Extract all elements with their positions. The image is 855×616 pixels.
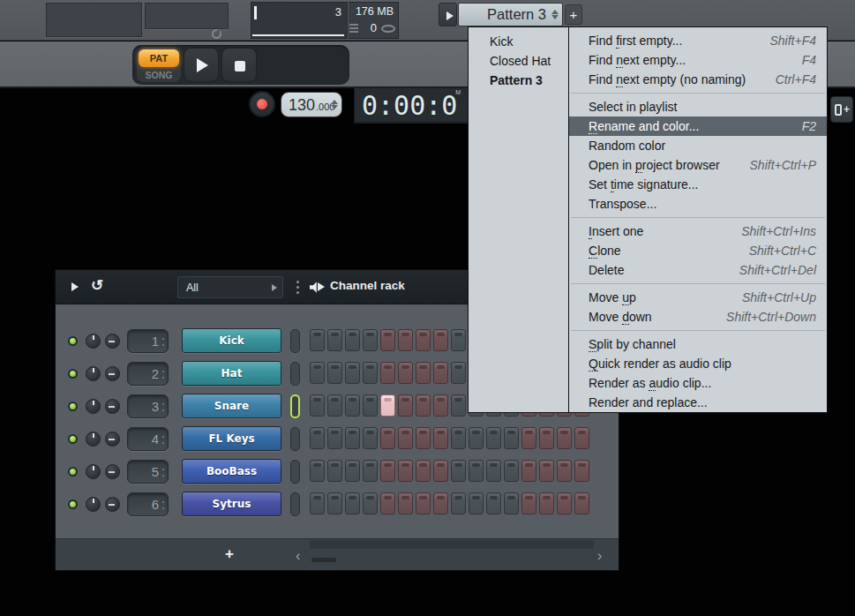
menu-item-find-next-empty-no-naming[interactable]: Find next empty (no naming)Ctrl+F4 [569, 70, 827, 89]
step-button[interactable] [380, 329, 395, 351]
menu-item-delete[interactable]: DeleteShift+Ctrl+Del [569, 260, 827, 280]
rack-play-icon[interactable] [71, 282, 79, 291]
step-button[interactable] [451, 362, 466, 384]
menu-item-select-in-playlist[interactable]: Select in playlist [569, 97, 827, 116]
step-button[interactable] [310, 492, 325, 515]
channel-enable-led[interactable] [68, 434, 78, 444]
step-button[interactable] [398, 427, 413, 449]
undo-icon[interactable]: ↺ [91, 276, 103, 295]
menu-item-random-color[interactable]: Random color [569, 136, 827, 155]
scrollbar-thumb[interactable] [311, 558, 336, 562]
menu-item-render-and-replace[interactable]: Render and replace... [569, 393, 827, 412]
step-button[interactable] [574, 492, 589, 515]
menu-item-find-next-empty[interactable]: Find next empty...F4 [569, 50, 827, 70]
pan-knob[interactable] [86, 432, 101, 447]
step-button[interactable] [380, 427, 395, 449]
step-button[interactable] [398, 394, 413, 417]
pattern-list-item[interactable]: Kick [469, 32, 568, 51]
channel-enable-led[interactable] [68, 467, 78, 477]
volume-knob[interactable] [105, 399, 120, 414]
tempo-spinner[interactable] [331, 99, 338, 110]
step-button[interactable] [310, 460, 325, 482]
channel-number-box[interactable]: 4 [127, 427, 169, 451]
step-button[interactable] [398, 362, 413, 384]
step-button[interactable] [345, 492, 360, 515]
channel-number-box[interactable]: 3 [127, 394, 169, 418]
scrollbar-track[interactable] [310, 540, 594, 549]
channel-number-box[interactable]: 2 [127, 362, 169, 386]
pat-song-toggle[interactable]: PAT SONG [137, 48, 181, 82]
add-channel-button[interactable]: + [220, 545, 239, 564]
channel-select-strip[interactable] [290, 362, 300, 386]
step-button[interactable] [363, 394, 378, 417]
step-button[interactable] [469, 427, 484, 449]
menu-item-open-in-project-browser[interactable]: Open in project browserShift+Ctrl+P [569, 155, 827, 175]
new-audio-clip-button[interactable]: + [830, 96, 853, 123]
menu-item-quick-render-as-audio-clip[interactable]: Quick render as audio clip [569, 354, 827, 373]
step-button[interactable] [469, 492, 484, 515]
channel-select-strip[interactable] [290, 460, 300, 484]
menu-item-render-as-audio-clip[interactable]: Render as audio clip... [569, 373, 827, 393]
step-button[interactable] [486, 427, 501, 449]
step-button[interactable] [416, 427, 431, 449]
pan-knob[interactable] [86, 334, 101, 349]
step-button[interactable] [539, 427, 554, 449]
play-button[interactable] [184, 48, 219, 82]
channel-enable-led[interactable] [68, 500, 78, 509]
step-button[interactable] [451, 329, 466, 351]
scroll-left-icon[interactable]: ‹ [296, 548, 300, 564]
volume-knob[interactable] [105, 432, 120, 447]
step-button[interactable] [310, 329, 325, 351]
step-button[interactable] [363, 329, 378, 351]
step-button[interactable] [310, 394, 325, 417]
channel-button-boobass[interactable]: BooBass [182, 459, 281, 484]
menu-item-split-by-channel[interactable]: Split by channel [569, 334, 827, 354]
step-button[interactable] [416, 329, 431, 351]
step-button[interactable] [380, 362, 395, 384]
step-button[interactable] [469, 460, 484, 482]
step-button[interactable] [574, 460, 589, 482]
pan-knob[interactable] [86, 464, 101, 479]
tempo-display[interactable]: 130 .000 [281, 92, 342, 117]
volume-knob[interactable] [105, 497, 120, 512]
step-button[interactable] [451, 460, 466, 482]
step-button[interactable] [451, 427, 466, 449]
channel-select-strip[interactable] [290, 329, 300, 353]
channel-number-box[interactable]: 5 [127, 460, 169, 484]
volume-knob[interactable] [105, 464, 120, 479]
step-button[interactable] [433, 329, 448, 351]
step-button[interactable] [310, 362, 325, 384]
channel-select-strip[interactable] [290, 427, 300, 451]
step-button[interactable] [363, 492, 378, 515]
step-button[interactable] [521, 427, 536, 449]
channel-enable-led[interactable] [68, 336, 78, 346]
channel-filter-dropdown[interactable]: All [177, 276, 283, 298]
step-button[interactable] [380, 492, 395, 515]
step-button[interactable] [363, 362, 378, 384]
step-button[interactable] [327, 329, 342, 351]
pat-mode-button[interactable]: PAT [139, 49, 179, 67]
menu-item-insert-one[interactable]: Insert oneShift+Ctrl+Ins [569, 222, 827, 241]
step-button[interactable] [557, 427, 572, 449]
step-button[interactable] [574, 427, 589, 449]
pattern-spinner[interactable] [551, 9, 559, 20]
step-button[interactable] [345, 427, 360, 449]
step-button[interactable] [433, 460, 448, 482]
channel-number-box[interactable]: 6 [127, 492, 169, 516]
menu-item-clone[interactable]: CloneShift+Ctrl+C [569, 241, 827, 260]
menu-item-set-time-signature[interactable]: Set time signature... [569, 175, 827, 194]
step-button[interactable] [398, 492, 413, 515]
channel-button-hat[interactable]: Hat [182, 361, 281, 386]
pattern-list-item[interactable]: Closed Hat [469, 51, 568, 71]
pan-knob[interactable] [86, 497, 101, 512]
step-button[interactable] [433, 362, 448, 384]
step-button[interactable] [433, 492, 448, 515]
step-button[interactable] [380, 394, 395, 417]
pattern-list-item[interactable]: Pattern 3 [469, 71, 568, 90]
step-button[interactable] [504, 460, 519, 482]
add-pattern-button[interactable]: + [565, 4, 582, 25]
volume-knob[interactable] [105, 366, 120, 381]
step-button[interactable] [451, 394, 466, 417]
channel-button-fl-keys[interactable]: FL Keys [182, 426, 281, 451]
channel-number-box[interactable]: 1 [127, 329, 169, 353]
